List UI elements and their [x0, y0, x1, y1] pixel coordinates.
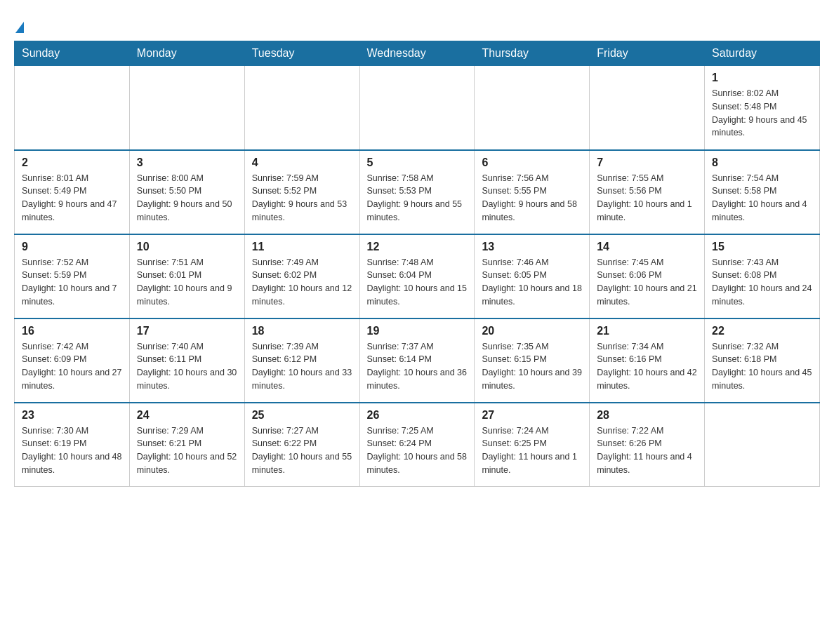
day-cell	[244, 66, 359, 150]
day-info: Sunrise: 7:27 AMSunset: 6:22 PMDaylight:…	[252, 424, 352, 477]
day-number: 19	[367, 325, 468, 337]
day-cell: 22Sunrise: 7:32 AMSunset: 6:18 PMDayligh…	[705, 318, 820, 403]
day-number: 17	[137, 325, 237, 337]
weekday-header-monday: Monday	[129, 41, 244, 66]
day-info: Sunrise: 7:48 AMSunset: 6:04 PMDaylight:…	[367, 256, 468, 309]
day-cell: 8Sunrise: 7:54 AMSunset: 5:58 PMDaylight…	[705, 150, 820, 234]
day-info: Sunrise: 7:54 AMSunset: 5:58 PMDaylight:…	[712, 172, 812, 224]
day-info: Sunrise: 7:22 AMSunset: 6:26 PMDaylight:…	[597, 424, 697, 477]
day-number: 8	[712, 156, 812, 169]
day-cell: 7Sunrise: 7:55 AMSunset: 5:56 PMDaylight…	[590, 150, 705, 234]
day-cell	[475, 66, 590, 150]
week-row-5: 23Sunrise: 7:30 AMSunset: 6:19 PMDayligh…	[15, 403, 820, 487]
day-number: 27	[482, 409, 582, 422]
day-number: 24	[137, 409, 237, 422]
day-cell: 27Sunrise: 7:24 AMSunset: 6:25 PMDayligh…	[475, 403, 590, 487]
weekday-header-saturday: Saturday	[705, 41, 820, 66]
day-info: Sunrise: 7:35 AMSunset: 6:15 PMDaylight:…	[482, 340, 582, 393]
day-cell: 9Sunrise: 7:52 AMSunset: 5:59 PMDaylight…	[15, 234, 130, 318]
week-row-3: 9Sunrise: 7:52 AMSunset: 5:59 PMDaylight…	[15, 234, 820, 318]
day-cell: 15Sunrise: 7:43 AMSunset: 6:08 PMDayligh…	[705, 234, 820, 318]
day-info: Sunrise: 7:29 AMSunset: 6:21 PMDaylight:…	[137, 424, 237, 477]
day-info: Sunrise: 7:51 AMSunset: 6:01 PMDaylight:…	[137, 256, 237, 309]
day-cell: 24Sunrise: 7:29 AMSunset: 6:21 PMDayligh…	[129, 403, 244, 487]
day-info: Sunrise: 7:34 AMSunset: 6:16 PMDaylight:…	[597, 340, 697, 393]
day-info: Sunrise: 7:56 AMSunset: 5:55 PMDaylight:…	[482, 172, 582, 224]
logo	[14, 14, 24, 34]
day-cell: 20Sunrise: 7:35 AMSunset: 6:15 PMDayligh…	[475, 318, 590, 403]
day-cell: 14Sunrise: 7:45 AMSunset: 6:06 PMDayligh…	[590, 234, 705, 318]
day-info: Sunrise: 7:45 AMSunset: 6:06 PMDaylight:…	[597, 256, 697, 309]
day-number: 23	[22, 409, 122, 422]
day-info: Sunrise: 8:00 AMSunset: 5:50 PMDaylight:…	[137, 172, 237, 224]
day-number: 13	[482, 241, 582, 253]
day-cell: 4Sunrise: 7:59 AMSunset: 5:52 PMDaylight…	[244, 150, 359, 234]
day-info: Sunrise: 7:30 AMSunset: 6:19 PMDaylight:…	[22, 424, 122, 477]
day-info: Sunrise: 8:01 AMSunset: 5:49 PMDaylight:…	[22, 172, 122, 224]
day-number: 26	[367, 409, 468, 422]
day-cell: 5Sunrise: 7:58 AMSunset: 5:53 PMDaylight…	[359, 150, 475, 234]
day-cell: 23Sunrise: 7:30 AMSunset: 6:19 PMDayligh…	[15, 403, 130, 487]
day-number: 3	[137, 156, 237, 169]
day-cell: 6Sunrise: 7:56 AMSunset: 5:55 PMDaylight…	[475, 150, 590, 234]
day-number: 22	[712, 325, 812, 337]
day-info: Sunrise: 7:49 AMSunset: 6:02 PMDaylight:…	[252, 256, 352, 309]
day-cell	[15, 66, 130, 150]
day-info: Sunrise: 7:32 AMSunset: 6:18 PMDaylight:…	[712, 340, 812, 393]
day-info: Sunrise: 7:25 AMSunset: 6:24 PMDaylight:…	[367, 424, 468, 477]
day-info: Sunrise: 7:37 AMSunset: 6:14 PMDaylight:…	[367, 340, 468, 393]
day-cell: 25Sunrise: 7:27 AMSunset: 6:22 PMDayligh…	[244, 403, 359, 487]
weekday-header-row: SundayMondayTuesdayWednesdayThursdayFrid…	[15, 41, 820, 66]
day-number: 1	[712, 72, 812, 84]
day-number: 25	[252, 409, 352, 422]
logo-text	[14, 14, 24, 34]
day-number: 11	[252, 241, 352, 253]
day-cell: 11Sunrise: 7:49 AMSunset: 6:02 PMDayligh…	[244, 234, 359, 318]
logo-arrow-icon	[15, 22, 24, 33]
day-cell: 2Sunrise: 8:01 AMSunset: 5:49 PMDaylight…	[15, 150, 130, 234]
week-row-4: 16Sunrise: 7:42 AMSunset: 6:09 PMDayligh…	[15, 318, 820, 403]
weekday-header-sunday: Sunday	[15, 41, 130, 66]
day-number: 2	[22, 156, 122, 169]
day-number: 20	[482, 325, 582, 337]
week-row-2: 2Sunrise: 8:01 AMSunset: 5:49 PMDaylight…	[15, 150, 820, 234]
day-number: 9	[22, 241, 122, 253]
day-info: Sunrise: 7:59 AMSunset: 5:52 PMDaylight:…	[252, 172, 352, 224]
day-cell: 18Sunrise: 7:39 AMSunset: 6:12 PMDayligh…	[244, 318, 359, 403]
day-cell	[359, 66, 475, 150]
day-number: 7	[597, 156, 697, 169]
weekday-header-thursday: Thursday	[475, 41, 590, 66]
day-number: 12	[367, 241, 468, 253]
day-number: 15	[712, 241, 812, 253]
week-row-1: 1Sunrise: 8:02 AMSunset: 5:48 PMDaylight…	[15, 66, 820, 150]
day-info: Sunrise: 7:24 AMSunset: 6:25 PMDaylight:…	[482, 424, 582, 477]
day-info: Sunrise: 7:46 AMSunset: 6:05 PMDaylight:…	[482, 256, 582, 309]
day-number: 28	[597, 409, 697, 422]
weekday-header-friday: Friday	[590, 41, 705, 66]
day-number: 16	[22, 325, 122, 337]
day-info: Sunrise: 7:43 AMSunset: 6:08 PMDaylight:…	[712, 256, 812, 309]
day-number: 10	[137, 241, 237, 253]
day-cell	[590, 66, 705, 150]
day-number: 6	[482, 156, 582, 169]
day-cell: 17Sunrise: 7:40 AMSunset: 6:11 PMDayligh…	[129, 318, 244, 403]
day-cell	[129, 66, 244, 150]
day-number: 14	[597, 241, 697, 253]
day-cell: 19Sunrise: 7:37 AMSunset: 6:14 PMDayligh…	[359, 318, 475, 403]
page-header	[14, 14, 820, 34]
day-cell: 1Sunrise: 8:02 AMSunset: 5:48 PMDaylight…	[705, 66, 820, 150]
weekday-header-wednesday: Wednesday	[359, 41, 475, 66]
day-cell: 21Sunrise: 7:34 AMSunset: 6:16 PMDayligh…	[590, 318, 705, 403]
day-number: 4	[252, 156, 352, 169]
day-cell: 10Sunrise: 7:51 AMSunset: 6:01 PMDayligh…	[129, 234, 244, 318]
day-number: 18	[252, 325, 352, 337]
weekday-header-tuesday: Tuesday	[244, 41, 359, 66]
day-info: Sunrise: 7:58 AMSunset: 5:53 PMDaylight:…	[367, 172, 468, 224]
day-info: Sunrise: 7:55 AMSunset: 5:56 PMDaylight:…	[597, 172, 697, 224]
day-info: Sunrise: 7:42 AMSunset: 6:09 PMDaylight:…	[22, 340, 122, 393]
day-info: Sunrise: 7:52 AMSunset: 5:59 PMDaylight:…	[22, 256, 122, 309]
day-info: Sunrise: 7:39 AMSunset: 6:12 PMDaylight:…	[252, 340, 352, 393]
calendar-table: SundayMondayTuesdayWednesdayThursdayFrid…	[14, 41, 820, 487]
day-cell: 16Sunrise: 7:42 AMSunset: 6:09 PMDayligh…	[15, 318, 130, 403]
day-cell: 12Sunrise: 7:48 AMSunset: 6:04 PMDayligh…	[359, 234, 475, 318]
